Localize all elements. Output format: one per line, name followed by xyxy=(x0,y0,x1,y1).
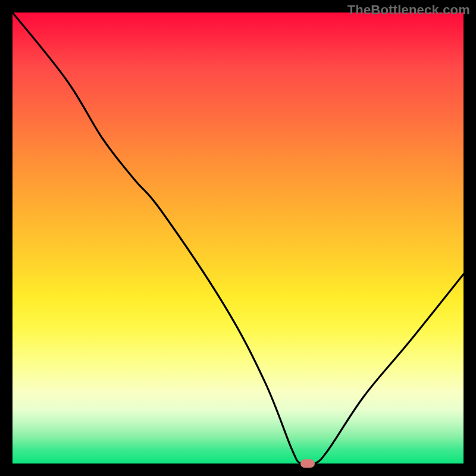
optimum-marker xyxy=(300,459,315,468)
curve-line xyxy=(12,12,464,464)
chart-frame: TheBottleneck.com xyxy=(0,0,476,476)
watermark-text: TheBottleneck.com xyxy=(347,2,470,18)
bottleneck-curve xyxy=(12,12,464,464)
plot-area xyxy=(12,12,464,464)
